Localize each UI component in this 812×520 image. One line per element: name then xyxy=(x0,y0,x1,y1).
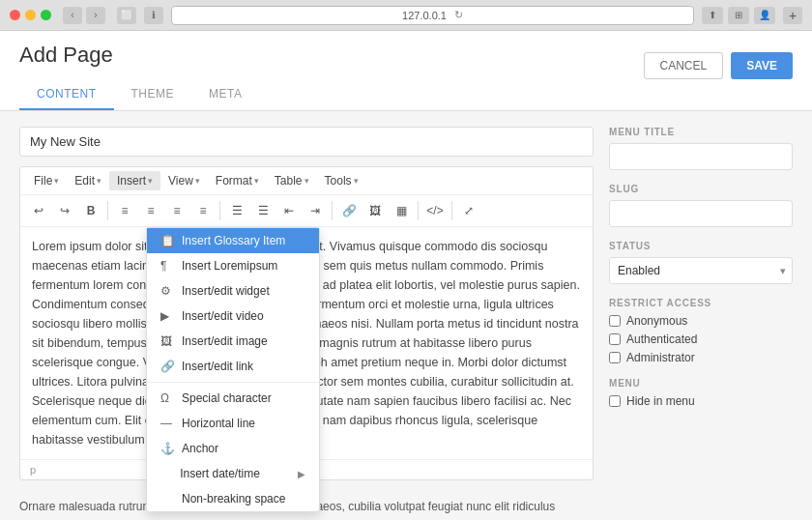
menu-tools-arrow: ▾ xyxy=(354,176,359,186)
glossary-icon: 📋 xyxy=(160,234,174,247)
ul-button[interactable]: ☰ xyxy=(224,199,249,222)
menu-insert-label: Insert xyxy=(117,174,146,188)
menu-view-arrow: ▾ xyxy=(195,176,200,186)
anonymous-checkbox[interactable] xyxy=(609,315,621,327)
anchor-icon: ⚓ xyxy=(160,442,174,455)
indent-button[interactable]: ⇥ xyxy=(303,199,328,222)
dropdown-item-special-char[interactable]: Ω Special character xyxy=(147,386,319,411)
redo-button[interactable]: ↪ xyxy=(52,199,77,222)
dropdown-item-loremipsum[interactable]: ¶ Insert Loremipsum xyxy=(147,253,319,278)
authenticated-label: Authenticated xyxy=(626,332,697,346)
menu-tools[interactable]: Tools ▾ xyxy=(317,171,366,190)
dropdown-item-anchor[interactable]: ⚓ Anchor xyxy=(147,436,319,461)
header-buttons: CANCEL SAVE xyxy=(644,43,793,79)
tab-theme[interactable]: THEME xyxy=(114,79,192,110)
anonymous-option[interactable]: Anonymous xyxy=(609,314,793,328)
browser-nav: ‹ › xyxy=(63,7,105,24)
menu-insert-arrow: ▾ xyxy=(148,176,153,186)
menu-format[interactable]: Format ▾ xyxy=(208,171,267,190)
new-tab-button[interactable]: + xyxy=(783,7,802,24)
slug-input[interactable] xyxy=(609,200,793,227)
image-button[interactable]: 🖼 xyxy=(362,199,388,222)
menu-edit-arrow: ▾ xyxy=(97,176,102,186)
dropdown-item-hr[interactable]: — Horizontal line xyxy=(147,411,319,436)
slug-section: SLUG xyxy=(609,184,793,227)
hide-in-menu-checkbox[interactable] xyxy=(609,395,621,407)
dropdown-item-datetime-label: Insert date/time xyxy=(180,467,260,480)
menu-edit-label: Edit xyxy=(74,174,95,188)
restrict-access-section: RESTRICT ACCESS Anonymous Authenticated … xyxy=(609,298,793,364)
back-button[interactable]: ‹ xyxy=(63,7,82,24)
align-center-button[interactable]: ≡ xyxy=(138,199,163,222)
administrator-label: Administrator xyxy=(626,351,695,364)
tab-meta[interactable]: META xyxy=(191,79,259,110)
refresh-icon[interactable]: ↻ xyxy=(454,9,463,21)
editor-toolbar: ↩ ↪ B ≡ ≡ ≡ ≡ ☰ ☰ ⇤ ⇥ 🔗 🖼 ▦ xyxy=(20,195,593,227)
sidebar: MENU TITLE SLUG STATUS Enabled Disabled … xyxy=(609,127,793,520)
toolbar-sep-3 xyxy=(332,201,333,220)
source-button[interactable]: </> xyxy=(422,199,448,222)
menu-insert[interactable]: Insert ▾ xyxy=(109,171,160,190)
restrict-access-label: RESTRICT ACCESS xyxy=(609,298,793,308)
page-tabs: CONTENT THEME META xyxy=(19,79,259,110)
administrator-checkbox[interactable] xyxy=(609,352,621,363)
tab-content[interactable]: CONTENT xyxy=(19,79,114,110)
dropdown-item-hr-label: Horizontal line xyxy=(182,417,255,430)
editor-menubar: File ▾ Edit ▾ Insert ▾ View ▾ xyxy=(20,167,593,195)
url-bar[interactable]: 127.0.0.1 ↻ xyxy=(171,6,694,25)
hide-in-menu-label: Hide in menu xyxy=(626,394,695,408)
dropdown-item-nbsp-label: Non-breaking space xyxy=(182,492,285,506)
menu-tools-label: Tools xyxy=(325,174,352,188)
dropdown-item-glossary[interactable]: 📋 Insert Glossary Item xyxy=(147,228,319,253)
share-icon[interactable]: ⬆ xyxy=(702,7,723,24)
authenticated-option[interactable]: Authenticated xyxy=(609,332,793,346)
menu-file-arrow: ▾ xyxy=(54,176,59,186)
outdent-button[interactable]: ⇤ xyxy=(276,199,302,222)
dropdown-item-nbsp[interactable]: Non-breaking space xyxy=(147,486,319,511)
dropdown-item-image[interactable]: 🖼 Insert/edit image xyxy=(147,329,319,354)
menu-edit[interactable]: Edit ▾ xyxy=(67,171,109,190)
ol-button[interactable]: ☰ xyxy=(250,199,276,222)
browser-actions: ⬆ ⊞ 👤 xyxy=(702,7,775,24)
save-button[interactable]: SAVE xyxy=(731,52,793,79)
insert-dropdown[interactable]: 📋 Insert Glossary Item ¶ Insert Loremips… xyxy=(146,227,320,512)
status-select-wrapper: Enabled Disabled Draft xyxy=(609,257,793,284)
status-select[interactable]: Enabled Disabled Draft xyxy=(609,257,793,284)
dropdown-item-video-label: Insert/edit video xyxy=(182,309,264,323)
align-left-button[interactable]: ≡ xyxy=(112,199,137,222)
menu-title-input[interactable] xyxy=(609,143,793,170)
extensions-icon[interactable]: 👤 xyxy=(754,7,775,24)
site-title-input[interactable] xyxy=(19,127,594,157)
bold-button[interactable]: B xyxy=(78,199,103,222)
align-right-button[interactable]: ≡ xyxy=(164,199,189,222)
dropdown-item-link[interactable]: 🔗 Insert/edit link xyxy=(147,354,319,379)
info-icon: ℹ xyxy=(144,7,163,24)
forward-button[interactable]: › xyxy=(86,7,105,24)
menu-view[interactable]: View ▾ xyxy=(160,171,208,190)
link-button[interactable]: 🔗 xyxy=(336,199,362,222)
menu-table-arrow: ▾ xyxy=(304,176,309,186)
undo-button[interactable]: ↩ xyxy=(26,199,51,222)
dropdown-sep-1 xyxy=(147,382,319,383)
fullscreen-button[interactable] xyxy=(41,10,51,20)
close-button[interactable] xyxy=(10,10,20,20)
menu-table[interactable]: Table ▾ xyxy=(267,171,317,190)
menu-file[interactable]: File ▾ xyxy=(26,171,67,190)
minimize-button[interactable] xyxy=(25,10,36,20)
administrator-option[interactable]: Administrator xyxy=(609,351,793,364)
cancel-button[interactable]: CANCEL xyxy=(644,52,724,79)
bookmark-icon[interactable]: ⊞ xyxy=(728,7,749,24)
authenticated-checkbox[interactable] xyxy=(609,333,621,345)
traffic-lights xyxy=(10,10,51,20)
dropdown-item-video[interactable]: ▶ Insert/edit video xyxy=(147,303,319,329)
align-justify-button[interactable]: ≡ xyxy=(190,199,216,222)
dropdown-item-widget[interactable]: ⚙ Insert/edit widget xyxy=(147,278,319,303)
dropdown-item-link-label: Insert/edit link xyxy=(182,360,253,373)
status-label: STATUS xyxy=(609,241,793,251)
media-button[interactable]: ▦ xyxy=(389,199,414,222)
dropdown-datetime-row: Insert date/time ▶ xyxy=(180,467,305,480)
dropdown-item-datetime[interactable]: Insert date/time ▶ xyxy=(147,461,319,486)
page-wrapper: Add Page CONTENT THEME META CANCEL SAVE … xyxy=(0,31,812,520)
fullscreen-editor-button[interactable]: ⤢ xyxy=(456,199,481,222)
hide-in-menu-option[interactable]: Hide in menu xyxy=(609,394,793,408)
